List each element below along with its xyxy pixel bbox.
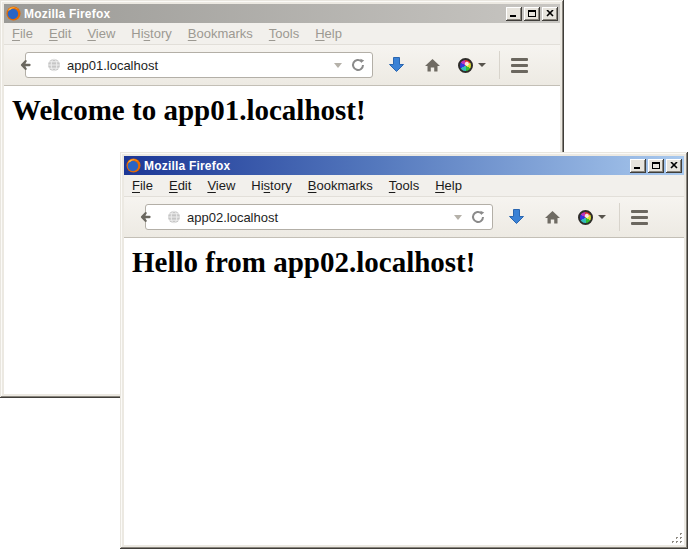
menu-label: iew: [216, 178, 236, 193]
color-wheel-icon: [578, 210, 593, 225]
menu-label: elp: [325, 26, 342, 41]
reload-icon: [471, 210, 485, 224]
home-button[interactable]: [424, 57, 441, 73]
firefox-window-app02: Mozilla Firefox File Edit View History B…: [120, 152, 688, 549]
menu-label: elp: [445, 178, 462, 193]
back-button[interactable]: [130, 202, 160, 232]
page-heading: Welcome to app01.localhost!: [12, 94, 560, 127]
menu-label: ools: [395, 178, 419, 193]
maximize-icon: [652, 162, 660, 169]
url-bar[interactable]: [145, 204, 493, 230]
close-icon: [670, 162, 678, 169]
back-arrow-icon: [137, 209, 153, 225]
menu-bookmarks[interactable]: Bookmarks: [180, 23, 261, 44]
app-menu-button[interactable]: [511, 58, 528, 73]
menu-bookmarks[interactable]: Bookmarks: [300, 175, 381, 196]
back-button[interactable]: [10, 50, 40, 80]
menu-label: ookmarks: [196, 26, 252, 41]
toolbar-separator: [619, 203, 620, 231]
menu-bar: File Edit View History Bookmarks Tools H…: [124, 175, 684, 197]
menu-mnemonic: V: [87, 26, 95, 41]
color-wheel-icon: [458, 58, 473, 73]
menu-history[interactable]: History: [123, 23, 179, 44]
close-button[interactable]: [666, 159, 682, 173]
addon-button[interactable]: [578, 210, 606, 225]
download-button[interactable]: [388, 56, 405, 74]
chevron-down-icon[interactable]: [334, 63, 342, 68]
menu-label: Hi: [251, 178, 263, 193]
menu-view[interactable]: View: [79, 23, 123, 44]
hamburger-menu-icon: [631, 210, 648, 213]
window-title: Mozilla Firefox: [21, 7, 506, 21]
close-button[interactable]: [542, 7, 558, 21]
menu-mnemonic: H: [315, 26, 324, 41]
menu-label: ookmarks: [316, 178, 372, 193]
menu-mnemonic: E: [49, 26, 58, 41]
url-bar[interactable]: [25, 52, 373, 78]
menu-tools[interactable]: Tools: [261, 23, 307, 44]
firefox-logo-icon: [6, 6, 21, 21]
menu-label: ile: [140, 178, 153, 193]
menu-label: dit: [58, 26, 72, 41]
menu-label: tory: [270, 178, 292, 193]
firefox-logo-icon: [126, 158, 141, 173]
back-arrow-icon: [17, 57, 33, 73]
menu-help[interactable]: Help: [307, 23, 350, 44]
titlebar[interactable]: Mozilla Firefox: [4, 4, 560, 23]
window-title: Mozilla Firefox: [141, 159, 630, 173]
menu-mnemonic: H: [435, 178, 444, 193]
hamburger-menu-icon: [511, 58, 528, 61]
chevron-down-icon[interactable]: [454, 215, 462, 220]
close-icon: [546, 10, 554, 17]
menu-history[interactable]: History: [243, 175, 299, 196]
maximize-button[interactable]: [648, 159, 664, 173]
menu-mnemonic: F: [12, 26, 20, 41]
window-controls: [506, 7, 558, 21]
navigation-toolbar: [124, 197, 684, 238]
window-controls: [630, 159, 682, 173]
menu-file[interactable]: File: [4, 23, 41, 44]
home-icon: [544, 209, 561, 225]
download-arrow-icon: [388, 56, 405, 74]
home-icon: [424, 57, 441, 73]
titlebar[interactable]: Mozilla Firefox: [124, 156, 684, 175]
url-input[interactable]: [181, 210, 454, 225]
navigation-toolbar: [4, 45, 560, 86]
menu-mnemonic: E: [169, 178, 178, 193]
chevron-down-icon: [478, 63, 486, 67]
menu-label: ools: [275, 26, 299, 41]
minimize-icon: [634, 162, 642, 169]
menu-tools[interactable]: Tools: [381, 175, 427, 196]
download-arrow-icon: [508, 208, 525, 226]
reload-button[interactable]: [351, 58, 365, 72]
minimize-icon: [510, 10, 518, 17]
resize-grip-icon[interactable]: [671, 532, 684, 545]
minimize-button[interactable]: [506, 7, 522, 21]
maximize-button[interactable]: [524, 7, 540, 21]
page-content: Hello from app02.localhost!: [124, 238, 684, 545]
reload-button[interactable]: [471, 210, 485, 224]
download-button[interactable]: [508, 208, 525, 226]
globe-icon: [167, 210, 181, 224]
home-button[interactable]: [544, 209, 561, 225]
menu-label: tory: [150, 26, 172, 41]
menu-mnemonic: V: [207, 178, 215, 193]
globe-icon: [47, 58, 61, 72]
addon-button[interactable]: [458, 58, 486, 73]
menu-edit[interactable]: Edit: [41, 23, 79, 44]
menu-label: Hi: [131, 26, 143, 41]
app-menu-button[interactable]: [631, 210, 648, 225]
menu-view[interactable]: View: [199, 175, 243, 196]
menu-bar: File Edit View History Bookmarks Tools H…: [4, 23, 560, 45]
menu-label: ile: [20, 26, 33, 41]
page-heading: Hello from app02.localhost!: [132, 246, 684, 279]
menu-file[interactable]: File: [124, 175, 161, 196]
menu-edit[interactable]: Edit: [161, 175, 199, 196]
maximize-icon: [528, 10, 536, 17]
menu-label: dit: [178, 178, 192, 193]
chevron-down-icon: [598, 215, 606, 219]
url-input[interactable]: [61, 58, 334, 73]
menu-help[interactable]: Help: [427, 175, 470, 196]
minimize-button[interactable]: [630, 159, 646, 173]
menu-label: iew: [96, 26, 116, 41]
